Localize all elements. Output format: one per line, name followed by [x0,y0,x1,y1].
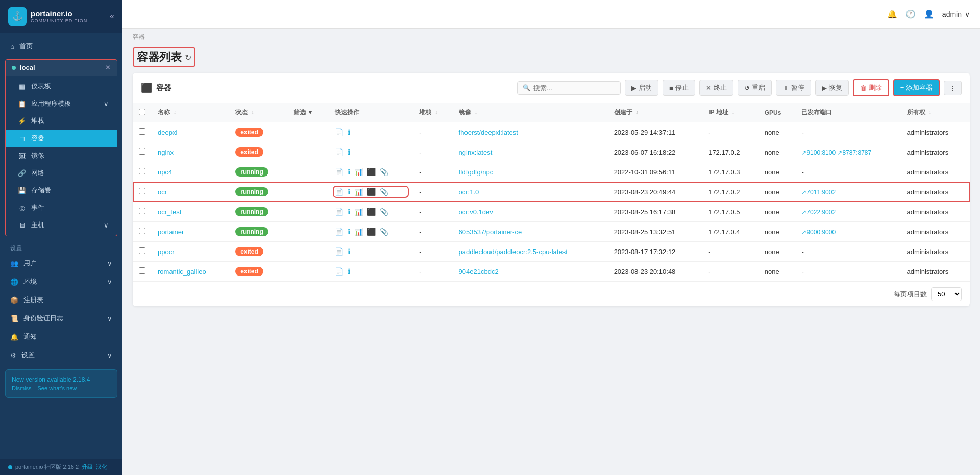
name-sort-icon[interactable]: ↕ [174,110,176,115]
localize-link[interactable]: 汉化 [96,463,107,471]
attach-action-icon[interactable]: 📎 [380,168,388,176]
stats-action-icon[interactable]: 📊 [354,168,363,176]
container-name-link[interactable]: ocr_test [158,208,181,216]
ip-sort-icon[interactable]: ↕ [732,110,734,115]
inspect-action-icon[interactable]: ℹ [348,188,350,196]
notifications-topbar-icon[interactable]: 🔔 [887,9,897,19]
container-image-link[interactable]: nginx:latest [459,148,493,156]
logs-action-icon[interactable]: 📄 [335,208,344,216]
stats-action-icon[interactable]: 📊 [354,228,363,236]
sidebar-item-environments[interactable]: 🌐 环境 ∨ [0,272,122,291]
resume-button[interactable]: ▶ 恢复 [815,80,849,96]
row-checkbox[interactable] [139,188,145,194]
dismiss-link[interactable]: Dismiss [12,385,32,391]
row-checkbox[interactable] [139,267,145,274]
container-image-link[interactable]: 904e21cbdc2 [459,268,499,276]
logs-action-icon[interactable]: 📄 [335,247,344,256]
upgrade-link[interactable]: 升级 [82,463,93,471]
environment-header[interactable]: local ✕ [6,60,117,76]
exec-action-icon[interactable]: ⬛ [367,228,376,236]
sidebar-item-notifications[interactable]: 🔔 通知 [0,328,122,346]
exec-action-icon[interactable]: ⬛ [367,188,376,196]
container-name-link[interactable]: ocr [158,188,167,196]
container-name-link[interactable]: nginx [158,148,174,156]
inspect-action-icon[interactable]: ℹ [348,247,350,256]
row-checkbox[interactable] [139,148,145,155]
user-topbar-icon[interactable]: 👤 [924,9,934,19]
container-image-link[interactable]: ocr:v0.1dev [459,208,493,216]
inspect-action-icon[interactable]: ℹ [348,128,350,136]
collapse-button[interactable]: « [110,12,114,21]
container-name-link[interactable]: deepxi [158,129,177,136]
logs-action-icon[interactable]: 📄 [335,148,344,156]
sidebar-item-home[interactable]: ⌂ 首页 [0,37,122,56]
row-checkbox[interactable] [139,168,145,174]
sidebar-item-dashboard[interactable]: ▦ 仪表板 [6,78,117,95]
inspect-action-icon[interactable]: ℹ [348,228,350,236]
restart-button[interactable]: ↺ 重启 [738,80,772,96]
port-link[interactable]: ↗9100:8100 [801,149,837,156]
inspect-action-icon[interactable]: ℹ [348,267,350,276]
sidebar-item-registries[interactable]: 📦 注册表 [0,291,122,309]
port-link[interactable]: ↗7022:9002 [801,209,836,216]
logs-action-icon[interactable]: 📄 [335,228,344,236]
port-link[interactable]: ↗9000:9000 [801,229,836,236]
sidebar-item-volumes[interactable]: 💾 存储卷 [6,182,117,199]
delete-button[interactable]: 🗑 删除 [853,79,889,96]
sidebar-item-images[interactable]: 🖼 镜像 [6,147,117,164]
container-image-link[interactable]: ocr:1.0 [459,188,479,196]
search-input[interactable] [533,84,615,92]
logs-action-icon[interactable]: 📄 [335,128,344,136]
container-image-link[interactable]: ffdfgdfg/npc [459,168,494,176]
container-name-link[interactable]: romantic_galileo [158,268,206,276]
stats-action-icon[interactable]: 📊 [354,188,363,196]
add-container-button[interactable]: + 添加容器 [893,79,940,96]
sidebar-item-stacks[interactable]: ⚡ 堆栈 [6,112,117,130]
sidebar-item-networks[interactable]: 🔗 网络 [6,164,117,182]
port-link[interactable]: ↗8787:8787 [837,149,871,156]
kill-button[interactable]: ✕ 终止 [699,80,733,96]
filter-icon[interactable]: ▼ [307,109,313,116]
logs-action-icon[interactable]: 📄 [335,267,344,276]
container-name-link[interactable]: portainer [158,228,184,236]
attach-action-icon[interactable]: 📎 [380,188,388,196]
inspect-action-icon[interactable]: ℹ [348,168,350,176]
attach-action-icon[interactable]: 📎 [380,228,388,236]
sidebar-item-events[interactable]: ◎ 事件 [6,199,117,216]
stack-sort-icon[interactable]: ↕ [435,110,438,115]
see-whats-new-link[interactable]: See what's new [38,385,77,391]
row-checkbox[interactable] [139,128,145,135]
logs-action-icon[interactable]: 📄 [335,168,344,176]
sidebar-item-host[interactable]: 🖥 主机 ∨ [6,216,117,234]
row-checkbox[interactable] [139,208,145,214]
logs-action-icon[interactable]: 📄 [335,188,344,196]
sidebar-item-containers[interactable]: ◻ 容器 [6,130,117,147]
inspect-action-icon[interactable]: ℹ [348,148,350,156]
container-image-link[interactable]: 6053537/portainer-ce [459,228,522,236]
created-sort-icon[interactable]: ↕ [636,110,639,115]
more-options-button[interactable]: ⋮ [944,81,962,95]
container-name-link[interactable]: npc4 [158,168,172,176]
container-image-link[interactable]: paddlecloud/paddleocr:2.5-cpu-latest [459,248,568,256]
status-sort-icon[interactable]: ↕ [251,110,254,115]
inspect-action-icon[interactable]: ℹ [348,208,350,216]
topbar-user[interactable]: admin ∨ [942,10,970,18]
sidebar-item-users[interactable]: 👥 用户 ∨ [0,254,122,272]
sidebar-item-templates[interactable]: 📋 应用程序模板 ∨ [6,95,117,112]
refresh-icon[interactable]: ↻ [185,53,191,62]
stats-action-icon[interactable]: 📊 [354,208,363,216]
sidebar-item-settings[interactable]: ⚙ 设置 ∨ [0,346,122,364]
row-checkbox[interactable] [139,228,145,234]
port-link[interactable]: ↗7011:9002 [801,189,836,196]
sidebar-item-auth-logs[interactable]: 📜 身份验证日志 ∨ [0,309,122,328]
row-checkbox[interactable] [139,247,145,254]
clock-topbar-icon[interactable]: 🕐 [905,9,916,19]
per-page-select[interactable]: 50 25 100 [931,287,962,301]
start-button[interactable]: ▶ 启动 [625,80,658,96]
container-image-link[interactable]: fhoerst/deepxi:latest [459,129,518,136]
exec-action-icon[interactable]: ⬛ [367,168,376,176]
image-sort-icon[interactable]: ↕ [475,110,477,115]
select-all-checkbox[interactable] [139,109,145,115]
environment-close-button[interactable]: ✕ [105,64,111,71]
stop-button[interactable]: ■ 停止 [663,80,695,96]
